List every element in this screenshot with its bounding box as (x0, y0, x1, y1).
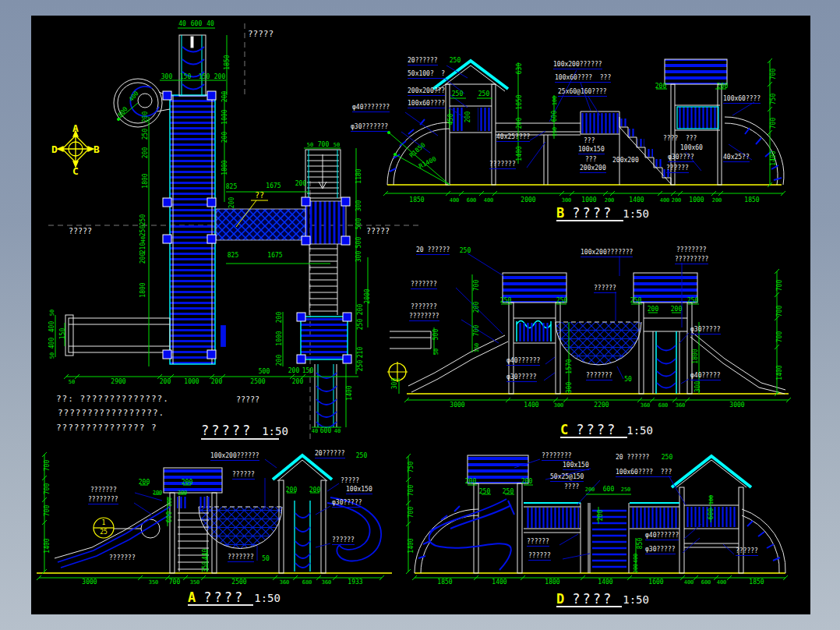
dim-label: 200 (465, 111, 471, 122)
dim-label: 2000 (521, 197, 535, 204)
dim-label: 700 (777, 331, 783, 342)
dim-label: 700 (44, 483, 51, 494)
annotation-label: 200x200 (580, 165, 606, 173)
dim-label: 680 (658, 403, 669, 409)
annotation-label: ?????? (594, 285, 616, 293)
annotation-label: 40x25?? (723, 154, 750, 162)
annotation-label: ??????? (411, 281, 437, 289)
compass-west-label: D (51, 143, 58, 155)
dim-label: 250 (662, 455, 672, 461)
annotation-label: 100x60???? ??? (555, 75, 611, 83)
dim-label: 1400 (44, 538, 51, 553)
dim-label: 50 (50, 352, 55, 359)
annotation-label: 40x25???? (496, 134, 530, 142)
dim-label: 1800 (222, 160, 228, 175)
title-text: ???? (572, 205, 613, 221)
dim-label: 450 (448, 114, 454, 125)
dim-label: 50 (262, 556, 270, 562)
dim-label: 50 (307, 143, 313, 148)
dim-label: 200 (358, 304, 364, 315)
annotation-label: ???? ??? (663, 136, 697, 142)
dim-label: 50 (50, 310, 55, 316)
dim-label: 100 (552, 96, 558, 106)
annotation-label: φ30????? (506, 374, 537, 382)
annotation-label: φ40????? (690, 373, 721, 380)
annotation-label: 20 ?????? (616, 455, 649, 461)
dim-label: 200 (717, 83, 728, 90)
annotation-label: φ30????? (690, 327, 721, 334)
annotation-label: φ30???? (668, 154, 694, 162)
dim-label: 600 (701, 580, 711, 586)
dim-label: 40 (334, 429, 341, 434)
dim-label: 50 (69, 380, 75, 385)
dim-label: 250 (450, 58, 461, 64)
note-line: ??: ??????????????. (56, 394, 169, 404)
dim-label: 1850 (437, 579, 452, 586)
annotation-label: ????? (248, 30, 274, 38)
dim-label: 200 (517, 118, 523, 129)
annotation-label: φ30????? (332, 500, 362, 508)
dim-label: 700 (777, 280, 783, 291)
dim-label: 350 (149, 580, 159, 586)
dim-label: 2500 (250, 379, 265, 385)
dim-label: 700 (771, 118, 777, 129)
title-scale: 1:50 (254, 592, 281, 604)
annotation-label: ?????? (527, 539, 549, 547)
title-scale: 1:50 (626, 424, 653, 437)
dim-label: 200 (521, 479, 532, 485)
dim-label: 200 (211, 379, 222, 385)
dim-label: 700 (44, 505, 51, 516)
dim-label: 50 (624, 377, 632, 383)
dim-label: 700 (771, 69, 777, 80)
dim-label: 150 (552, 127, 558, 137)
dim-label: 250 (140, 214, 146, 225)
annotation-label: 50x100? ? (408, 71, 445, 79)
annotation-label: 100x60???? ??? (616, 469, 672, 477)
dim-label: 200 (671, 306, 682, 313)
dim-label: 1800 (693, 349, 699, 363)
dim-label: 300 (392, 378, 398, 389)
dim-label: 1850 (224, 55, 231, 69)
dim-label: 1050 (517, 94, 523, 109)
dim-label: 250 (630, 298, 641, 304)
annotation-label: 100x60???? (723, 96, 761, 104)
dim-label: 500 (433, 329, 439, 340)
annotation-label: ???????? (542, 453, 572, 461)
dim-label: 25 (100, 529, 108, 536)
annotation-label: ???????? (88, 497, 118, 504)
dim-label: 1400 (777, 365, 783, 380)
dim-label: 600 (167, 511, 173, 522)
dim-label: 150 (475, 343, 480, 353)
title-text: ???? (203, 589, 245, 605)
dim-label: 1400 (629, 197, 644, 204)
dim-label: 700 (408, 485, 415, 496)
dim-label: 1400 (524, 402, 538, 409)
title-letter: B (556, 205, 564, 221)
dim-label: 300 (566, 382, 573, 393)
annotation-label: 100x200?????? (210, 453, 259, 461)
annotation-label: ??????? (109, 555, 136, 561)
dim-label: 600 (708, 508, 715, 519)
dim-label: 700 (474, 280, 480, 291)
note-line: ?????????????????. (58, 408, 164, 418)
dim-label: 200 (598, 510, 604, 521)
dim-label: 1 (102, 520, 106, 526)
annotation-label: 20 ?????? (416, 247, 450, 255)
dim-label: 200 (182, 480, 192, 486)
dim-label: 1570 (566, 359, 573, 373)
dim-label: 200 (229, 197, 235, 208)
dim-label: 440 (203, 549, 209, 560)
annotation-label: φ30????? (645, 547, 676, 554)
dim-label: 700 (777, 306, 783, 317)
dim-label: 100 (168, 497, 173, 508)
title-letter: D (556, 591, 564, 607)
title-scale: 1:50 (262, 425, 288, 437)
dim-label: 200 (214, 74, 225, 80)
dim-label: 600 (467, 198, 477, 204)
dim-label: 250 (358, 360, 364, 371)
dim-label: 1000 (689, 197, 704, 204)
dim-label: 200 (288, 368, 299, 374)
dim-label: 750 (771, 94, 777, 104)
dim-label: 2500 (231, 579, 246, 586)
dim-label: 2200 (594, 402, 609, 409)
